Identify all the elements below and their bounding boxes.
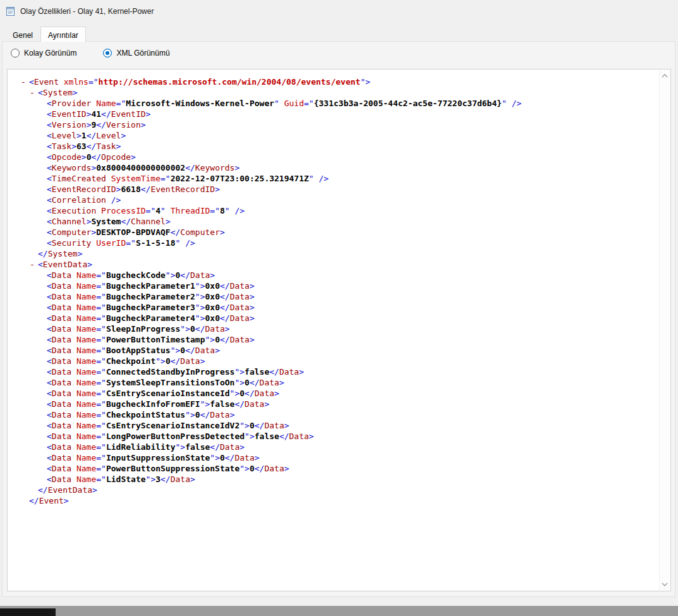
tab-genel[interactable]: Genel <box>5 28 40 42</box>
xml-token: BugcheckParameter2 <box>106 292 195 301</box>
xml-token: =" <box>96 356 106 366</box>
xml-token: </ <box>220 281 230 291</box>
xml-content[interactable]: -<Event xmlns="http://schemas.microsoft.… <box>8 70 659 590</box>
collapse-toggle[interactable]: - <box>21 76 29 87</box>
xml-token: Checkpoint <box>106 356 155 366</box>
xml-line: <EventRecordID>6618</EventRecordID> <box>21 184 657 195</box>
xml-token: /> <box>106 195 121 205</box>
xml-token: < <box>47 99 52 108</box>
xml-line: <Level>1</Level> <box>21 130 657 141</box>
xml-token: PowerButtonSuppressionState <box>106 464 239 473</box>
radio-kolay-gorunum[interactable]: Kolay Görünüm <box>11 49 76 57</box>
xml-token: DESKTOP-BPDVAQF <box>96 227 170 237</box>
xml-token: </ <box>225 453 235 462</box>
xml-token: 0 <box>215 335 220 344</box>
xml-token: 0 <box>239 389 245 398</box>
xml-line: <Data Name="BugcheckParameter3">0x0</Dat… <box>21 302 657 313</box>
xml-token: Data <box>52 292 71 301</box>
radio-selected-icon <box>103 49 112 57</box>
xml-token: Data <box>52 270 71 280</box>
xml-token: "> <box>239 421 250 430</box>
xml-token: Execution <box>52 206 96 215</box>
xml-token: < <box>47 399 52 409</box>
xml-token: 0 <box>195 410 200 420</box>
xml-token: </ <box>87 131 97 140</box>
xml-line: <Data Name="Checkpoint">0</Data> <box>21 356 657 366</box>
xml-token: Data <box>52 399 71 409</box>
xml-line: <Data Name="BugcheckParameter1">0x0</Dat… <box>21 281 657 291</box>
xml-token: < <box>47 356 52 366</box>
xml-token: Data <box>230 281 250 291</box>
scroll-up-button[interactable] <box>662 73 669 78</box>
xml-token: < <box>47 174 52 183</box>
xml-token: xmlns <box>59 77 88 87</box>
xml-token: </ <box>87 142 97 151</box>
xml-line: <Opcode>0</Opcode> <box>21 152 657 162</box>
xml-token: Name <box>71 324 96 334</box>
xml-token: BootAppStatus <box>106 346 171 355</box>
xml-token: Name <box>71 313 96 323</box>
xml-token: < <box>47 217 52 226</box>
xml-token: "> <box>234 378 245 387</box>
scrollbar[interactable] <box>659 70 670 590</box>
xml-token: </ <box>220 335 230 344</box>
xml-line: <Data Name="SleepInProgress">0</Data> <box>21 323 657 334</box>
xml-token: Name <box>71 292 96 301</box>
xml-token: > <box>274 389 279 398</box>
xml-line: <Security UserID="S-1-5-18" /> <box>21 238 657 248</box>
xml-token: Data <box>230 335 250 344</box>
xml-token: > <box>166 217 171 226</box>
xml-token: </ <box>96 120 106 130</box>
xml-token: CsEntryScenarioInstanceIdV2 <box>106 421 239 430</box>
xml-token: "> <box>195 303 205 312</box>
xml-token: Keywords <box>195 163 235 172</box>
xml-token: "> <box>180 324 190 334</box>
xml-token: > <box>250 292 255 301</box>
xml-token: Data <box>289 432 309 441</box>
xml-token: </ <box>255 464 265 473</box>
xml-line: <Data Name="ConnectedStandbyInProgress">… <box>21 366 657 377</box>
tab-ayrintilar[interactable]: Ayrıntılar <box>40 27 86 42</box>
xml-token: SystemSleepTransitionsToOn <box>106 378 235 387</box>
xml-token: </ <box>250 378 260 387</box>
xml-token: > <box>200 356 205 366</box>
scroll-down-button[interactable] <box>662 582 669 587</box>
xml-line: <Data Name="BugcheckInfoFromEFI">false</… <box>21 399 657 409</box>
xml-token: > <box>82 152 87 162</box>
xml-token: Data <box>52 453 71 462</box>
xml-token: < <box>47 120 52 130</box>
xml-token: > <box>210 270 215 280</box>
xml-token: 0 <box>250 421 255 430</box>
xml-token: Data <box>52 389 71 398</box>
xml-token: "> <box>230 389 240 398</box>
xml-token: =" <box>126 238 136 248</box>
xml-token: =" <box>210 206 220 215</box>
xml-token: "> <box>185 410 195 420</box>
xml-token: EventData <box>43 260 87 269</box>
xml-token: =" <box>116 99 126 108</box>
collapse-toggle[interactable]: - <box>30 87 38 98</box>
xml-token: Data <box>205 324 224 334</box>
xml-token: Name <box>71 399 96 409</box>
xml-token: Data <box>230 303 250 312</box>
xml-token: Version <box>52 120 87 130</box>
xml-token: Name <box>71 474 96 484</box>
xml-token: Name <box>71 335 96 344</box>
xml-line: <Task>63</Task> <box>21 141 657 152</box>
xml-token: < <box>47 313 52 323</box>
xml-token: Data <box>52 303 71 312</box>
radio-xml-gorunumu[interactable]: XML Görünümü <box>103 49 169 57</box>
collapse-toggle[interactable]: - <box>30 259 38 270</box>
xml-token: > <box>76 131 82 140</box>
xml-token: > <box>190 474 195 484</box>
xml-token: Event <box>39 496 64 505</box>
xml-token: =" <box>96 453 106 462</box>
xml-token: </ <box>234 399 245 409</box>
app-icon <box>6 6 16 16</box>
xml-line: <Data Name="InputSuppressionState">0</Da… <box>21 452 657 463</box>
radio-unselected-icon <box>11 49 20 57</box>
xml-token: Name <box>71 464 96 473</box>
xml-token: > <box>71 142 76 151</box>
xml-token: =" <box>96 270 106 280</box>
xml-line: <Data Name="SystemSleepTransitionsToOn">… <box>21 377 657 388</box>
